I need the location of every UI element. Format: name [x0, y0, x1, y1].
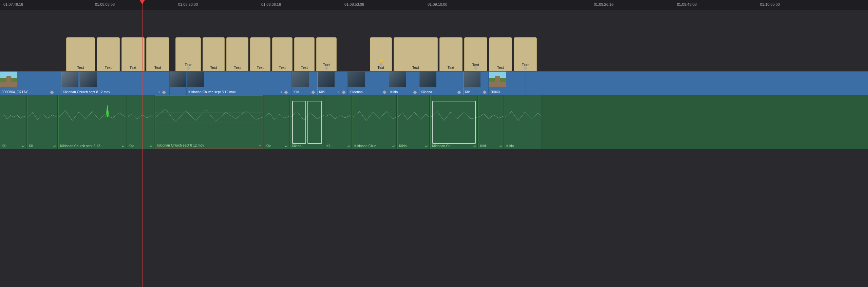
crowd-thumbnail-5 [318, 72, 335, 87]
video-clip-7[interactable]: Kildo... [389, 72, 419, 95]
audio-clip-label-1: Kil... [2, 144, 25, 148]
audio-clip-6[interactable]: Kild... ↩ [264, 95, 289, 149]
title-track: Text Text Text Text Text Text [0, 31, 868, 71]
audio-tail-icon-11: ↩ [473, 145, 476, 148]
audio-clip-label-13: Kildo... [506, 144, 540, 148]
time-marker-8: 01:09:26:16 [594, 2, 614, 6]
audio-clip-9[interactable]: Kildonan Chur... ↩ [353, 95, 397, 149]
waveform-svg-2 [27, 95, 57, 139]
diamond-icon-17 [523, 66, 527, 70]
audio-tail-icon-5: ↩ [259, 144, 261, 147]
audio-clip-label-10: Kildo... [399, 144, 428, 148]
title-clip-2[interactable]: Text [97, 37, 120, 71]
audio-clip-1[interactable]: Kil... ↩ [0, 95, 26, 149]
title-clip-9[interactable]: Text [272, 37, 293, 71]
video-clip-5[interactable]: Kild... ⚿ [317, 72, 348, 95]
waveform-svg-9 [353, 95, 396, 139]
audio-clip-label-3: Kildonan Church sept 8 12... [60, 144, 125, 148]
audio-clip-label-5: Kildonan Church sept 8 12.mov [157, 144, 261, 147]
video-clip-4[interactable]: Kild... [292, 72, 317, 95]
video-thumb-1 [0, 72, 17, 87]
time-ruler: 01:07:46:16 01:08:03:08 01:08:20:00 01:0… [0, 0, 868, 10]
audio-tail-icon-10: ↩ [425, 145, 428, 148]
video-clip-8[interactable]: Kildona... [419, 72, 463, 95]
video-thumb-6 [348, 72, 365, 87]
video-clip-10[interactable]: 20060... [489, 72, 526, 95]
video-track: 0060804_[0717-0... Kildonan Church sept … [0, 71, 868, 95]
title-clip-14[interactable]: Text [439, 37, 463, 71]
video-clip-9[interactable]: Kild... [463, 72, 489, 95]
key-icon-v2: ⚿ [158, 91, 161, 94]
audio-white-rect-7b [307, 101, 322, 144]
audio-clip-10[interactable]: Kildo... ↩ [397, 95, 430, 149]
title-clip-12[interactable]: 🔑 Text [370, 37, 392, 71]
audio-clip-11[interactable]: Kildonan Ch... ↩ [430, 95, 478, 149]
time-marker-9: 01:09:43:08 [677, 2, 697, 6]
title-clip-10[interactable]: Text [294, 37, 315, 71]
tracks-area: Text Text Text Text Text Text [0, 10, 868, 287]
audio-clip-label-11: Kildonan Ch... [432, 144, 476, 148]
video-clip-label-3: Kildonan Church sept 8 12.mov [188, 90, 290, 94]
video-clip-2b[interactable] [170, 72, 187, 95]
audio-clip-8[interactable]: Kil... ↩ [325, 95, 352, 149]
title-clip-4[interactable]: Text [146, 37, 169, 71]
title-clip-11[interactable]: Text [316, 37, 337, 71]
audio-clip-5[interactable]: Kildonan Church sept 8 12.mov ↩ [155, 95, 263, 149]
time-marker-3: 01:08:20:00 [178, 2, 198, 6]
video-clip-6[interactable]: Kildonan ... [348, 72, 389, 95]
audio-track: Kil... ↩ Kil... ↩ Kildonan Church [0, 95, 868, 149]
title-clip-6[interactable]: Text [203, 37, 225, 71]
title-clip-7[interactable]: Text [226, 37, 248, 71]
diamond-icon-11 [324, 66, 328, 70]
audio-clip-12[interactable]: Kild... ↩ [478, 95, 504, 149]
waveform-svg-11 [431, 95, 477, 139]
audio-tail-icon-12: ↩ [499, 145, 502, 148]
video-clip-label-10: 20060... [490, 90, 524, 94]
video-clip-1[interactable]: 0060804_[0717-0... [0, 72, 61, 95]
title-clip-1[interactable]: Text [66, 37, 95, 71]
video-clip-3[interactable]: Kildonan Church sept 8 12.mov ⚿ [187, 72, 292, 95]
audio-clip-3[interactable]: Kildonan Church sept 8 12... ↩ [58, 95, 126, 149]
title-clip-17[interactable]: Text [514, 37, 537, 71]
audio-clip-13[interactable]: Kildo... [505, 95, 542, 149]
audio-tail-icon-9: ↩ [392, 145, 395, 148]
title-clips-row: Text Text Text Text Text Text [0, 32, 868, 71]
audio-clip-label-2: Kil... [29, 144, 56, 148]
waveform-svg-5 [155, 96, 263, 138]
waveform-svg-6 [264, 95, 289, 139]
title-clip-8[interactable]: Text [250, 37, 270, 71]
title-clip-15[interactable]: Text [464, 37, 487, 71]
video-clip-label-2: Kildonan Church sept 8 12.mov [63, 90, 168, 94]
video-thumb-7 [389, 72, 406, 87]
crowd-thumbnail-7 [389, 72, 406, 87]
title-clip-16[interactable]: Text [489, 37, 512, 71]
video-thumb-10 [489, 72, 506, 87]
waveform-svg-1 [0, 95, 26, 139]
audio-clip-label-4: Kild... [129, 144, 152, 148]
audio-tail-icon-8: ↩ [347, 145, 350, 148]
audio-tail-icon-4: ↩ [150, 145, 152, 148]
video-thumb-8 [419, 72, 436, 87]
crowd-thumbnail-3 [187, 72, 204, 87]
video-thumb-2b [80, 72, 97, 87]
audio-tail-icon-1: ↩ [22, 145, 25, 148]
title-clip-3[interactable]: Text [121, 37, 145, 71]
video-thumb-2 [61, 72, 78, 87]
video-clip-2[interactable]: Kildonan Church sept 8 12.mov ⚿ [61, 72, 170, 95]
audio-clip-4[interactable]: Kild... ↩ [127, 95, 154, 149]
timeline-container: 01:07:46:16 01:08:03:08 01:08:20:00 01:0… [0, 0, 868, 287]
audio-tail-icon-3: ↩ [122, 145, 125, 148]
waveform-svg-12 [479, 95, 504, 139]
audio-clip-7[interactable]: Kildon... [290, 95, 324, 149]
church-thumbnail-10 [489, 72, 506, 87]
video-clip-label-6: Kildonan ... [350, 90, 387, 94]
time-marker-5: 01:08:53:08 [344, 2, 364, 6]
title-clip-5[interactable]: Text [175, 37, 201, 71]
waveform-svg-10 [398, 95, 429, 139]
video-clip-label-8: Kildona... [421, 90, 461, 94]
title-clip-13[interactable]: Text [394, 37, 438, 71]
waveform-svg-8 [325, 95, 352, 139]
church-thumbnail-1 [0, 72, 17, 87]
audio-clip-2[interactable]: Kil... ↩ [27, 95, 58, 149]
diamond-icon-5 [186, 66, 190, 70]
